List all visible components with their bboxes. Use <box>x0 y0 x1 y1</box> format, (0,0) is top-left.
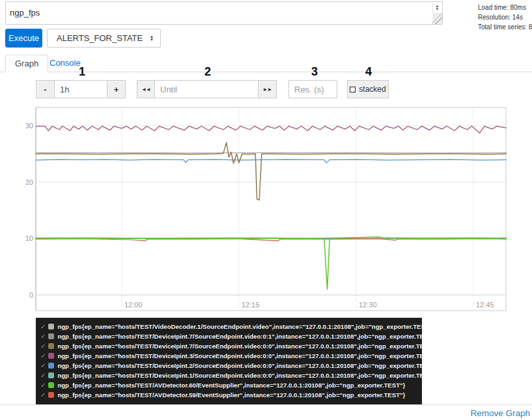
panel-divider <box>0 404 532 405</box>
stat-resolution: Resolution: 14s <box>478 12 532 22</box>
x-tick-label: 12:45 <box>476 301 494 309</box>
fps-chart-svg[interactable]: 010203012:0012:1512:3012:45 <box>26 103 508 315</box>
legend-series-swatch <box>48 372 54 378</box>
forward-icon: ►► <box>263 87 272 92</box>
resolution-input[interactable] <box>288 80 337 98</box>
query-stats: Load time: 80ms Resolution: 14s Total ti… <box>478 3 532 32</box>
legend-series-swatch <box>48 353 54 359</box>
forward-button[interactable]: ►► <box>258 80 277 98</box>
x-tick-label: 12:15 <box>242 301 260 309</box>
rewind-icon: ◄◄ <box>141 87 150 92</box>
legend-series-swatch <box>48 324 54 329</box>
legend-row[interactable]: ✓ngp_fps{ep_name="hosts/TEST/AVDetector.… <box>40 390 422 400</box>
legend-check-icon: ✓ <box>40 343 46 350</box>
legend-series-swatch <box>48 392 54 398</box>
annotation-3: 3 <box>311 65 318 79</box>
annotation-2: 2 <box>204 65 211 79</box>
legend-row[interactable]: ✓ngp_fps{ep_name="hosts/TEST/AVDetector.… <box>40 380 422 390</box>
prometheus-graph-page: ngp_fps ▲▼ Load time: 80ms Resolution: 1… <box>0 0 532 420</box>
range-increase-button[interactable]: + <box>107 80 126 98</box>
x-tick-label: 12:30 <box>359 301 377 309</box>
insert-metric-dropdown-value: ALERTS_FOR_STATE <box>57 33 150 43</box>
legend-check-icon: ✓ <box>40 333 46 340</box>
legend-series-label: ngp_fps{ep_name="hosts/TEST/VideoDecoder… <box>57 323 422 330</box>
legend-check-icon: ✓ <box>40 363 46 369</box>
y-tick-label: 30 <box>26 122 33 130</box>
legend-series-label: ngp_fps{ep_name="hosts/TEST/DeviceIpint.… <box>57 352 422 359</box>
insert-metric-dropdown[interactable]: ALERTS_FOR_STATE ▲▼ <box>47 29 161 48</box>
legend-series-label: ngp_fps{ep_name="hosts/TEST/DeviceIpint.… <box>57 343 422 350</box>
range-input[interactable] <box>54 80 107 98</box>
legend-row[interactable]: ✓ngp_fps{ep_name="hosts/TEST/DeviceIpint… <box>40 371 422 380</box>
legend-series-swatch <box>48 382 54 388</box>
tab-graph[interactable]: Graph <box>5 55 48 72</box>
legend-row[interactable]: ✓ngp_fps{ep_name="hosts/TEST/DeviceIpint… <box>40 361 422 371</box>
query-expression-box: ngp_fps ▲▼ <box>5 1 443 25</box>
legend-series-label: ngp_fps{ep_name="hosts/TEST/AVDetector.5… <box>57 391 405 399</box>
legend-series-label: ngp_fps{ep_name="hosts/TEST/DeviceIpint.… <box>57 372 422 379</box>
legend-check-icon: ✓ <box>40 382 46 389</box>
annotation-1: 1 <box>79 65 85 79</box>
legend-check-icon: ✓ <box>40 372 46 379</box>
stat-total-series: Total time series: 8 <box>478 22 532 32</box>
until-input[interactable] <box>154 80 259 98</box>
legend-series-label: ngp_fps{ep_name="hosts/TEST/AVDetector.6… <box>57 382 405 389</box>
legend-check-icon: ✓ <box>40 392 46 399</box>
remove-graph-link[interactable]: Remove Graph <box>470 408 530 418</box>
y-tick-label: 20 <box>26 178 33 186</box>
legend: ✓ngp_fps{ep_name="hosts/TEST/VideoDecode… <box>36 318 422 404</box>
spinner-updown-icon[interactable]: ▲▼ <box>433 3 441 13</box>
legend-series-swatch <box>48 363 54 369</box>
tab-console[interactable]: Console <box>49 55 81 72</box>
stat-load-time: Load time: 80ms <box>478 3 532 12</box>
annotation-4: 4 <box>365 65 372 79</box>
range-decrease-button[interactable]: - <box>36 80 55 98</box>
dropdown-caret-icon: ▲▼ <box>150 35 154 42</box>
legend-row[interactable]: ✓ngp_fps{ep_name="hosts/TEST/VideoDecode… <box>40 322 422 331</box>
legend-series-swatch <box>48 333 54 339</box>
legend-series-label: ngp_fps{ep_name="hosts/TEST/DeviceIpint.… <box>57 333 422 340</box>
legend-check-icon: ✓ <box>40 353 46 359</box>
stacked-checkbox-icon <box>350 87 356 92</box>
query-expression-input[interactable]: ngp_fps <box>6 2 432 24</box>
legend-row[interactable]: ✓ngp_fps{ep_name="hosts/TEST/DeviceIpint… <box>40 341 422 351</box>
stacked-toggle[interactable]: stacked <box>347 80 389 98</box>
y-tick-label: 10 <box>26 234 33 242</box>
legend-row[interactable]: ✓ngp_fps{ep_name="hosts/TEST/DeviceIpint… <box>40 351 422 361</box>
resize-grip-icon[interactable] <box>432 13 442 24</box>
legend-series-label: ngp_fps{ep_name="hosts/TEST/DeviceIpint.… <box>57 362 422 369</box>
stacked-label: stacked <box>359 85 385 94</box>
rewind-button[interactable]: ◄◄ <box>137 80 155 98</box>
y-tick-label: 0 <box>29 291 33 299</box>
x-tick-label: 12:00 <box>124 301 143 309</box>
legend-series-swatch <box>48 343 54 349</box>
legend-row[interactable]: ✓ngp_fps{ep_name="hosts/TEST/DeviceIpint… <box>40 331 422 341</box>
legend-check-icon: ✓ <box>40 324 46 330</box>
query-input-side-column: ▲▼ <box>432 2 442 24</box>
plot-area[interactable] <box>36 107 506 311</box>
execute-button[interactable]: Execute <box>5 29 42 48</box>
